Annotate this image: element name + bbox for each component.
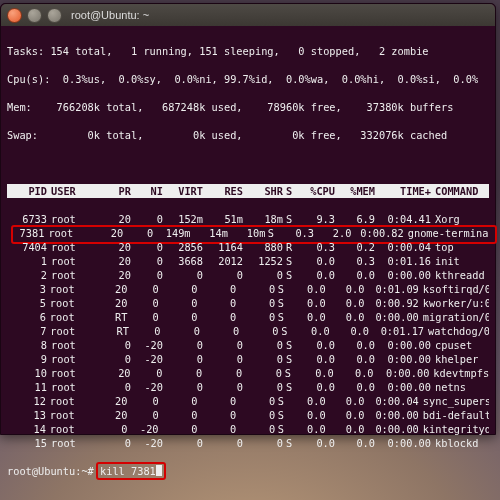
swap-line: Swap: 0k total, 0k used, 0k free, 332076… bbox=[7, 128, 489, 142]
process-row: 9root0-20000S0.00.00:00.00khelper bbox=[7, 352, 489, 366]
process-row: 7rootRT0000S0.00.00:01.17watchdog/0 bbox=[7, 324, 489, 338]
process-row: 7381root200149m14m10mS0.32.00:00.82gnome… bbox=[7, 226, 489, 240]
terminal-window: root@Ubuntu: ~ Tasks: 154 total, 1 runni… bbox=[0, 3, 496, 435]
window-title: root@Ubuntu: ~ bbox=[71, 9, 149, 21]
process-row: 3root200000S0.00.00:01.09ksoftirqd/0 bbox=[7, 282, 489, 296]
process-row: 1root200366820121252S0.00.30:01.16init bbox=[7, 254, 489, 268]
command-highlight: kill 7381 bbox=[96, 462, 166, 480]
minimize-icon[interactable] bbox=[27, 8, 42, 23]
process-row: 7404root20028561164880R0.30.20:00.04top bbox=[7, 240, 489, 254]
prompt-line[interactable]: root@Ubuntu:~# kill 7381 bbox=[7, 464, 489, 478]
process-row: 5root200000S0.00.00:00.92kworker/u:0 bbox=[7, 296, 489, 310]
tasks-line: Tasks: 154 total, 1 running, 151 sleepin… bbox=[7, 44, 489, 58]
terminal-content[interactable]: Tasks: 154 total, 1 running, 151 sleepin… bbox=[1, 26, 495, 500]
cpu-line: Cpu(s): 0.3%us, 0.0%sy, 0.0%ni, 99.7%id,… bbox=[7, 72, 489, 86]
process-row: 6rootRT0000S0.00.00:00.00migration/0 bbox=[7, 310, 489, 324]
process-header: PIDUSERPRNIVIRTRESSHRS%CPU%MEMTIME+COMMA… bbox=[7, 184, 489, 198]
process-row: 11root0-20000S0.00.00:00.00netns bbox=[7, 380, 489, 394]
process-row: 10root200000S0.00.00:00.00kdevtmpfs bbox=[7, 366, 489, 380]
titlebar[interactable]: root@Ubuntu: ~ bbox=[1, 4, 495, 26]
process-row: 12root200000S0.00.00:00.04sync_supers bbox=[7, 394, 489, 408]
command-text: kill 7381 bbox=[100, 465, 156, 477]
maximize-icon[interactable] bbox=[47, 8, 62, 23]
process-row: 6733root200152m51m18mS9.36.90:04.41Xorg bbox=[7, 212, 489, 226]
process-row: 2root200000S0.00.00:00.00kthreadd bbox=[7, 268, 489, 282]
close-icon[interactable] bbox=[7, 8, 22, 23]
mem-line: Mem: 766208k total, 687248k used, 78960k… bbox=[7, 100, 489, 114]
process-row: 15root0-20000S0.00.00:00.00kblockd bbox=[7, 436, 489, 450]
process-row: 8root0-20000S0.00.00:00.00cpuset bbox=[7, 338, 489, 352]
process-row: 13root200000S0.00.00:00.00bdi-default bbox=[7, 408, 489, 422]
cursor-icon bbox=[156, 465, 162, 476]
prompt: root@Ubuntu:~# bbox=[7, 465, 100, 477]
process-row: 14root0-20000S0.00.00:00.00kintegrityd bbox=[7, 422, 489, 436]
